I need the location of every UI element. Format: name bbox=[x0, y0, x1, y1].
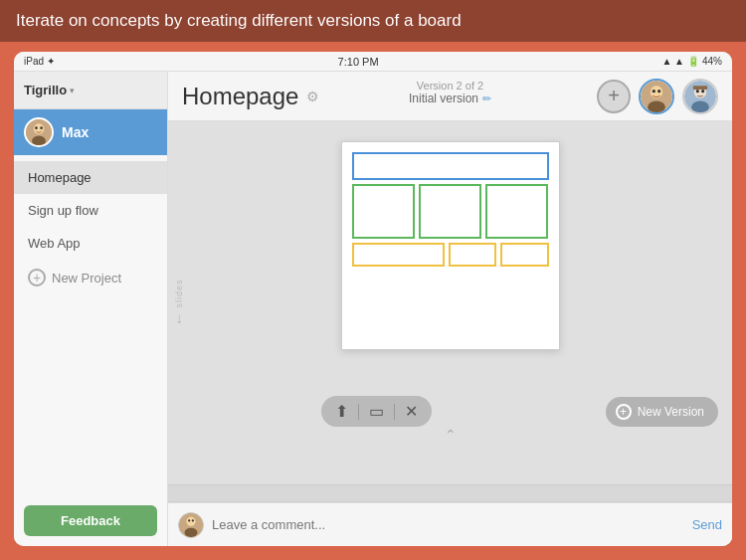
user-row: Max bbox=[14, 109, 167, 155]
divider-area bbox=[168, 484, 732, 502]
share-icon[interactable]: ⬆ bbox=[335, 402, 348, 421]
svg-point-4 bbox=[40, 126, 43, 129]
wire-row-header bbox=[352, 152, 549, 180]
status-right: ▲ ▲ 🔋 44% bbox=[661, 56, 722, 67]
ipad-frame: iPad ✦ 7:10 PM ▲ ▲ 🔋 44% Tigrillo ▾ bbox=[14, 52, 732, 546]
svg-point-19 bbox=[188, 519, 190, 521]
wire-bottom-left bbox=[352, 243, 445, 267]
toolbar-divider2 bbox=[394, 404, 395, 420]
comment-bar: Send bbox=[168, 502, 732, 546]
sidebar-item-signup[interactable]: Sign up flow bbox=[14, 194, 167, 227]
main-header: Homepage ⚙ Version 2 of 2 Initial versio… bbox=[168, 72, 732, 121]
wire-bottom-mid bbox=[449, 243, 497, 267]
scroll-indicator: slides ↓ bbox=[174, 279, 184, 327]
feedback-button[interactable]: Feedback bbox=[24, 505, 157, 536]
app-area: Tigrillo ▾ Max Ho bbox=[14, 72, 732, 546]
svg-point-8 bbox=[653, 90, 655, 93]
chevron-down-icon: ▾ bbox=[70, 86, 75, 95]
svg-point-18 bbox=[185, 527, 198, 536]
new-version-label: New Version bbox=[638, 405, 704, 419]
svg-point-20 bbox=[192, 519, 194, 521]
status-ipad: iPad ✦ bbox=[24, 56, 55, 67]
send-button[interactable]: Send bbox=[692, 517, 722, 532]
signal-icon: ▲ ▲ bbox=[661, 56, 684, 67]
status-left: iPad ✦ bbox=[24, 56, 55, 67]
svg-point-9 bbox=[657, 90, 660, 93]
battery-icon: 🔋 bbox=[687, 56, 699, 67]
comment-avatar bbox=[178, 512, 204, 538]
edit-icon[interactable]: ✏ bbox=[482, 93, 491, 105]
sidebar: Tigrillo ▾ Max Ho bbox=[14, 72, 168, 546]
banner-text: Iterate on concepts by creating differen… bbox=[16, 11, 462, 31]
app-name: Tigrillo bbox=[24, 83, 67, 97]
user-name: Max bbox=[62, 124, 89, 140]
board-paper bbox=[341, 141, 560, 350]
scroll-label: slides bbox=[174, 279, 184, 307]
board-title-area: Homepage ⚙ bbox=[182, 83, 319, 110]
wire-row-middle bbox=[352, 184, 549, 239]
avatar-user2[interactable] bbox=[682, 79, 718, 114]
svg-point-17 bbox=[186, 516, 195, 525]
header-actions: + bbox=[597, 79, 718, 114]
wire-col-center bbox=[419, 184, 481, 239]
toolbar-divider bbox=[358, 404, 359, 420]
top-banner: Iterate on concepts by creating differen… bbox=[0, 0, 746, 42]
add-collaborator-button[interactable]: + bbox=[597, 80, 631, 113]
sidebar-nav: Homepage Sign up flow Web App + New Proj… bbox=[14, 155, 167, 497]
status-time: 7:10 PM bbox=[338, 56, 379, 68]
status-bar: iPad ✦ 7:10 PM ▲ ▲ 🔋 44% bbox=[14, 52, 732, 72]
comment-input[interactable] bbox=[212, 517, 684, 532]
canvas-area: slides ↓ bbox=[168, 121, 732, 484]
sidebar-header[interactable]: Tigrillo ▾ bbox=[14, 72, 167, 109]
sidebar-item-webapp[interactable]: Web App bbox=[14, 227, 167, 260]
wire-row-bottom bbox=[352, 243, 549, 267]
svg-point-14 bbox=[701, 90, 704, 93]
new-version-button[interactable]: + New Version bbox=[606, 397, 718, 427]
new-project-label: New Project bbox=[52, 271, 121, 285]
wire-col-left bbox=[352, 184, 415, 239]
version-text: Version 2 of 2 bbox=[409, 80, 491, 92]
user-avatar bbox=[24, 117, 54, 147]
close-icon[interactable]: ✕ bbox=[405, 402, 418, 421]
wire-bottom-right bbox=[500, 243, 549, 267]
svg-point-13 bbox=[696, 90, 699, 93]
svg-point-3 bbox=[35, 126, 38, 129]
main-content: Homepage ⚙ Version 2 of 2 Initial versio… bbox=[168, 72, 732, 546]
board-title: Homepage bbox=[182, 83, 298, 110]
version-info: Version 2 of 2 Initial version ✏ bbox=[409, 80, 491, 105]
avatar-user1[interactable] bbox=[639, 79, 674, 114]
arrow-down-icon: ↓ bbox=[175, 309, 183, 327]
canvas-toolbar: ⬆ ▭ ✕ bbox=[321, 396, 432, 427]
gear-icon[interactable]: ⚙ bbox=[306, 89, 319, 104]
battery-percent: 44% bbox=[702, 56, 722, 67]
new-project-button[interactable]: + New Project bbox=[14, 260, 167, 295]
video-icon[interactable]: ▭ bbox=[369, 402, 384, 421]
wire-header-box bbox=[352, 152, 549, 180]
sidebar-item-homepage[interactable]: Homepage bbox=[14, 161, 167, 194]
svg-rect-15 bbox=[693, 86, 707, 90]
wire-col-right bbox=[485, 184, 548, 239]
new-version-plus-icon: + bbox=[616, 404, 632, 420]
scroll-up-button[interactable]: ⌃ bbox=[445, 427, 457, 443]
plus-circle-icon: + bbox=[28, 269, 46, 286]
version-name: Initial version ✏ bbox=[409, 92, 491, 105]
